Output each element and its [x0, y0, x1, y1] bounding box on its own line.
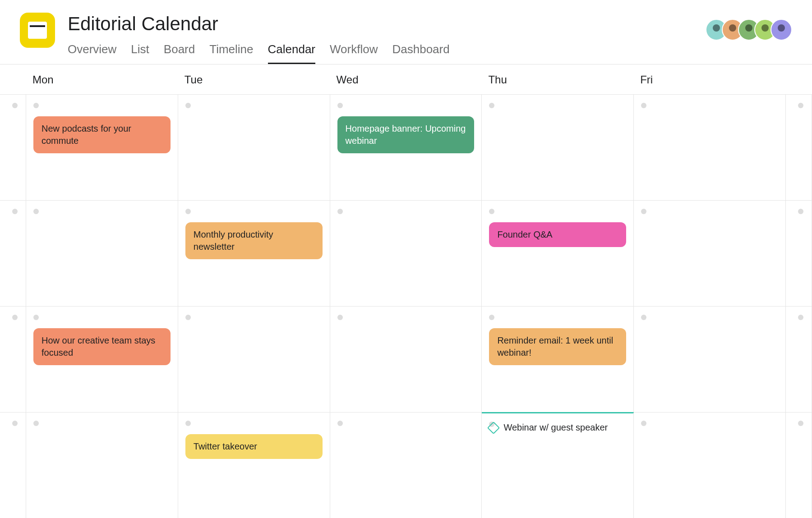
weekday-fri: Fri — [634, 64, 786, 94]
date-dot — [798, 315, 803, 320]
weekday-row: Mon Tue Wed Thu Fri — [0, 64, 812, 94]
project-title: Editorial Calendar — [68, 14, 792, 34]
date-dot — [641, 209, 646, 214]
calendar-cell-today[interactable]: Webinar w/ guest speaker — [482, 412, 634, 518]
event-card[interactable]: Founder Q&A — [489, 222, 626, 247]
milestone-label: Webinar w/ guest speaker — [503, 422, 608, 433]
weekday-wed: Wed — [330, 64, 482, 94]
calendar-cell[interactable] — [634, 201, 786, 307]
calendar-cell[interactable] — [482, 95, 634, 201]
date-dot — [337, 421, 343, 426]
tab-calendar[interactable]: Calendar — [268, 42, 316, 64]
date-dot — [641, 103, 646, 108]
date-dot — [185, 103, 191, 108]
calendar-cell[interactable] — [634, 413, 786, 518]
date-dot — [798, 103, 803, 108]
calendar-cell[interactable]: Homepage banner: Upcoming webinar — [330, 95, 482, 201]
event-card[interactable]: Homepage banner: Upcoming webinar — [337, 116, 475, 153]
calendar-cell[interactable]: Reminder email: 1 week until webinar! — [482, 307, 634, 413]
tab-board[interactable]: Board — [164, 42, 195, 64]
calendar-cell[interactable] — [634, 95, 786, 201]
date-dot — [489, 103, 494, 108]
project-header: Editorial Calendar Overview List Board T… — [0, 0, 812, 64]
calendar-cell[interactable] — [0, 307, 26, 413]
date-dot — [33, 103, 39, 108]
calendar-cell[interactable]: Twitter takeover — [178, 413, 330, 518]
date-dot — [12, 421, 18, 426]
date-dot — [489, 315, 494, 320]
date-dot — [33, 209, 39, 214]
calendar-cell[interactable] — [634, 307, 786, 413]
weekday-thu: Thu — [482, 64, 634, 94]
calendar-cell[interactable] — [330, 413, 482, 518]
calendar-cell[interactable] — [0, 413, 26, 518]
event-card[interactable]: Twitter takeover — [185, 434, 323, 459]
date-dot — [798, 421, 803, 426]
date-dot — [185, 315, 191, 320]
calendar-cell[interactable] — [786, 307, 812, 413]
tab-list[interactable]: List — [131, 42, 149, 64]
calendar-cell[interactable]: How our creative team stays focused — [26, 307, 178, 413]
calendar-cell[interactable] — [786, 95, 812, 201]
event-card[interactable]: Monthly productivity newsletter — [185, 222, 323, 259]
tab-dashboard[interactable]: Dashboard — [392, 42, 449, 64]
header-main: Editorial Calendar Overview List Board T… — [68, 13, 792, 64]
date-dot — [185, 421, 191, 426]
date-dot — [33, 421, 39, 426]
calendar-cell[interactable] — [786, 413, 812, 518]
weekday-mon: Mon — [26, 64, 178, 94]
tab-overview[interactable]: Overview — [68, 42, 116, 64]
calendar-grid: New podcasts for your commute Homepage b… — [0, 94, 812, 518]
view-tabs: Overview List Board Timeline Calendar Wo… — [68, 42, 792, 64]
weekday-tue: Tue — [178, 64, 330, 94]
date-dot — [641, 315, 646, 320]
calendar-cell[interactable] — [0, 201, 26, 307]
calendar-cell[interactable]: Monthly productivity newsletter — [178, 201, 330, 307]
calendar-cell[interactable]: New podcasts for your commute — [26, 95, 178, 201]
date-dot — [489, 209, 494, 214]
calendar-cell[interactable] — [178, 95, 330, 201]
date-dot — [641, 421, 646, 426]
date-dot — [337, 103, 343, 108]
event-card[interactable]: How our creative team stays focused — [33, 328, 171, 365]
tab-timeline[interactable]: Timeline — [209, 42, 253, 64]
calendar-cell[interactable] — [330, 201, 482, 307]
calendar-cell[interactable] — [26, 201, 178, 307]
date-dot — [185, 209, 191, 214]
calendar-cell[interactable]: Founder Q&A — [482, 201, 634, 307]
calendar-cell[interactable] — [0, 95, 26, 201]
calendar-cell[interactable] — [786, 201, 812, 307]
project-icon — [20, 13, 55, 48]
date-dot — [337, 315, 343, 320]
member-avatars[interactable] — [711, 19, 792, 41]
calendar-icon — [28, 22, 47, 39]
calendar-cell[interactable] — [178, 307, 330, 413]
tab-workflow[interactable]: Workflow — [330, 42, 378, 64]
date-dot — [12, 315, 18, 320]
avatar[interactable] — [770, 19, 792, 41]
date-dot — [12, 209, 18, 214]
date-dot — [337, 209, 343, 214]
calendar-cell[interactable] — [26, 413, 178, 518]
calendar-cell[interactable] — [330, 307, 482, 413]
date-dot — [12, 103, 18, 108]
milestone-event[interactable]: Webinar w/ guest speaker — [489, 422, 626, 433]
event-card[interactable]: Reminder email: 1 week until webinar! — [489, 328, 626, 365]
event-card[interactable]: New podcasts for your commute — [33, 116, 171, 153]
date-dot — [33, 315, 39, 320]
date-dot — [798, 209, 803, 214]
